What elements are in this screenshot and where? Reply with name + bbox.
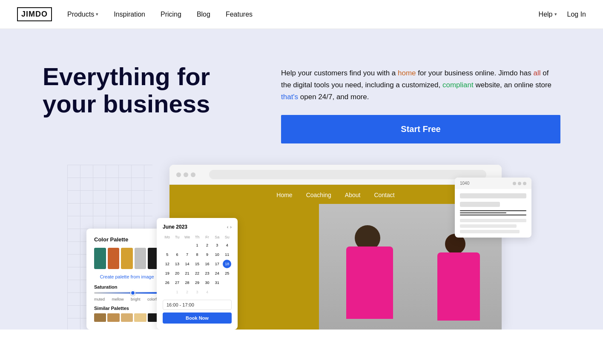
inner-nav-contact: Contact: [374, 192, 394, 198]
nav-features[interactable]: Features: [226, 11, 253, 18]
right-widget-card: 1040: [455, 178, 531, 238]
nav-login[interactable]: Log In: [567, 11, 586, 18]
calendar-card: June 2023 ‹ › Mo Tu We Th Fr Sa Su: [157, 218, 238, 330]
slider-thumb: [130, 290, 135, 295]
navbar: JIMDO Products ▾ Inspiration Pricing Blo…: [0, 0, 603, 29]
person-2: [437, 234, 493, 330]
products-chevron-icon: ▾: [96, 11, 98, 17]
right-card-content-lines: [460, 219, 526, 233]
time-slot-input[interactable]: [163, 300, 232, 310]
nav-left: JIMDO Products ▾ Inspiration Pricing Blo…: [17, 7, 253, 21]
right-card-title: 1040: [460, 181, 469, 186]
nav-help[interactable]: Help ▾: [539, 11, 557, 18]
browser-url-bar: [209, 170, 486, 179]
sim-swatch-1: [94, 313, 106, 322]
swatch-amber: [121, 248, 133, 269]
sim-swatch-4: [134, 313, 146, 322]
nav-blog[interactable]: Blog: [197, 11, 210, 18]
person-1: [346, 225, 406, 330]
hamburger-icon: [460, 210, 526, 215]
inner-nav-coaching: Coaching: [306, 192, 331, 198]
help-chevron-icon: ▾: [554, 11, 557, 17]
hero-description: Help your customers find you with a home…: [281, 67, 560, 103]
book-now-button[interactable]: Book Now: [163, 312, 232, 324]
calendar-grid: Mo Tu We Th Fr Sa Su 1 2 3 4 5: [163, 234, 232, 296]
color-palette-title: Color Palette: [94, 236, 160, 243]
right-card-dot-3: [523, 182, 526, 185]
color-swatches: [94, 248, 160, 269]
slider-labels: muted mellow bright colorful: [94, 297, 160, 301]
swatch-teal: [94, 248, 106, 269]
browser-bar: [169, 165, 502, 185]
browser-dot-3: [191, 172, 195, 177]
similar-palettes-title: Similar Palettes: [94, 306, 160, 311]
hero-right: Help your customers find you with a home…: [281, 63, 560, 143]
ham-line-1: [460, 210, 526, 211]
right-card-bar-short: [460, 202, 500, 207]
hero-section: Everything for your business Help your c…: [0, 29, 603, 330]
cal-next-icon[interactable]: ›: [230, 224, 232, 229]
sim-swatch-2: [107, 313, 119, 322]
browser-dot-1: [176, 172, 181, 177]
hero-title: Everything for your business: [43, 63, 256, 118]
right-card-dot-1: [513, 182, 516, 185]
saturation-slider[interactable]: [94, 292, 160, 294]
swatch-gray: [135, 248, 146, 269]
right-card-header: 1040: [455, 178, 531, 189]
person-1-torso: [346, 246, 393, 319]
content-line-3: [460, 230, 520, 233]
slider-track: [94, 292, 160, 294]
mockup-area: Home Coaching About Contact: [43, 165, 560, 330]
create-palette-link[interactable]: Create palette from image: [94, 274, 160, 279]
today-date[interactable]: 18: [223, 260, 231, 268]
right-card-body: [455, 189, 531, 238]
calendar-header: June 2023 ‹ ›: [163, 224, 232, 230]
content-line-1: [460, 219, 526, 222]
calendar-month: June 2023: [163, 224, 187, 230]
hero-left: Everything for your business: [43, 63, 256, 126]
saturation-label: Saturation: [94, 284, 160, 289]
nav-inspiration[interactable]: Inspiration: [114, 11, 145, 18]
inner-website-nav: Home Coaching About Contact: [169, 185, 502, 205]
start-free-button[interactable]: Start Free: [281, 115, 560, 143]
right-card-bar-full: [460, 193, 526, 198]
right-card-controls: [513, 182, 526, 185]
nav-right: Help ▾ Log In: [539, 11, 586, 18]
person-2-torso: [437, 252, 480, 321]
color-palette-card: Color Palette Create palette from image …: [86, 229, 167, 330]
right-card-dot-2: [518, 182, 521, 185]
content-line-2: [460, 224, 517, 228]
ham-line-2: [460, 212, 506, 213]
sim-swatch-3: [121, 313, 133, 322]
calendar-nav[interactable]: ‹ ›: [227, 224, 232, 229]
browser-dot-2: [184, 172, 188, 177]
nav-products[interactable]: Products ▾: [67, 11, 98, 18]
logo[interactable]: JIMDO: [17, 7, 52, 21]
hero-content: Everything for your business Help your c…: [43, 63, 560, 143]
swatch-orange: [108, 248, 120, 269]
cal-prev-icon[interactable]: ‹: [227, 224, 229, 229]
nav-pricing[interactable]: Pricing: [161, 11, 181, 18]
similar-palette-row: [94, 313, 160, 322]
inner-nav-about: About: [345, 192, 361, 198]
inner-nav-home: Home: [276, 192, 292, 198]
ham-line-3: [460, 215, 526, 215]
browser-dots: [176, 172, 195, 177]
